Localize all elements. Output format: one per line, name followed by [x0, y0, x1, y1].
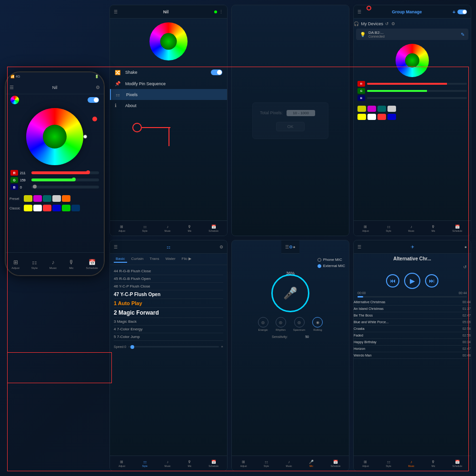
menu-item-pin[interactable]: 📌 Modify Pin Sequence [110, 78, 227, 89]
rhythm-circle[interactable]: ◎ [276, 317, 286, 327]
effect-47[interactable]: 47 Y-C-P Flush Open [114, 290, 223, 299]
s4-nav-schedule[interactable]: 📅Schedule [208, 460, 218, 467]
s3-nav-schedule[interactable]: 📅Schedule [452, 225, 462, 232]
rhythm-control[interactable]: ◎ Rhythm [276, 317, 286, 331]
s6-nav-schedule[interactable]: 📅Schedule [452, 460, 462, 467]
classic-swatch-6[interactable] [71, 205, 80, 211]
s3-nav-adjust[interactable]: ⊞Adjust [362, 225, 369, 232]
s4-nav-mic[interactable]: 🎙Mic [188, 460, 191, 467]
color-picker-handle[interactable] [83, 135, 87, 139]
tab-flic[interactable]: Flic ▶ [180, 256, 194, 263]
color-wheel[interactable] [26, 108, 83, 165]
s6-nav-mic[interactable]: 🎙Mic [431, 460, 435, 467]
s3-preset-1[interactable] [357, 106, 366, 112]
device-item[interactable]: 💡 DA:B2:... Connected ✎ [356, 29, 468, 40]
preset-swatch-4[interactable] [52, 195, 61, 202]
s3-nav-mic[interactable]: 🎙Mic [431, 225, 435, 232]
tab-trans[interactable]: Trans [148, 256, 161, 263]
s3-g-slider[interactable] [367, 90, 467, 92]
s3-preset-3[interactable] [377, 106, 386, 112]
preset-swatch-5[interactable] [62, 195, 70, 202]
blue-slider-thumb[interactable] [33, 185, 37, 188]
s6-nav-music[interactable]: ♪Music [408, 460, 415, 467]
effect-1-autoplay[interactable]: 1 Auto Play [114, 299, 223, 308]
music-progress-bar[interactable] [357, 296, 467, 298]
nav-schedule[interactable]: 📅 Schedule [86, 259, 98, 269]
tab-water[interactable]: Water [164, 256, 178, 263]
s4-nav-style[interactable]: ⚏Style [142, 460, 148, 467]
effect-5[interactable]: 5 7-Color Jump [114, 333, 223, 341]
song-5[interactable]: Croatia 02:58 [354, 326, 471, 332]
s1-nav-music[interactable]: ♪Music [165, 225, 171, 232]
red-slider-thumb[interactable] [86, 170, 90, 174]
song-9[interactable]: Weirdo Man 00:48 [354, 352, 471, 359]
speed-dot[interactable] [130, 345, 134, 349]
tab-curtain[interactable]: Curtain [129, 256, 146, 263]
classic-swatch-4[interactable] [52, 205, 61, 211]
s5-nav-style[interactable]: ⚏Style [264, 460, 269, 467]
s6-nav-style[interactable]: ⚏Style [386, 460, 391, 467]
s3-preset-4[interactable] [387, 106, 396, 112]
screen4-settings-icon[interactable]: ⚙ [219, 245, 223, 249]
song-3[interactable]: Be The Boss 02:47 [354, 312, 471, 319]
s5-nav-schedule[interactable]: 📅Schedule [330, 460, 340, 467]
s3-preset-2[interactable] [367, 106, 376, 112]
music-menu-icon[interactable]: ↺ [354, 264, 471, 270]
screen3-toggle[interactable] [457, 10, 467, 14]
blue-slider[interactable] [31, 186, 99, 188]
external-mic-option[interactable]: External MIC [317, 264, 345, 268]
screen1-menu-icon[interactable]: ⋮ [219, 10, 223, 14]
red-slider[interactable] [31, 171, 99, 174]
rolling-circle[interactable]: ◉ [312, 317, 323, 327]
nav-mic[interactable]: 🎙 Mic [69, 259, 74, 269]
menu-item-pixels[interactable]: ⚏ Pixels [110, 89, 227, 100]
classic-swatch-5[interactable] [62, 205, 70, 211]
screen5-list-icon[interactable]: ☰ [285, 245, 289, 249]
speed-plus[interactable]: + [221, 345, 223, 349]
preset-swatch-1[interactable] [24, 195, 32, 202]
classic-swatch-2[interactable] [33, 205, 42, 211]
settings-icon[interactable]: ⚙ [96, 85, 100, 90]
song-2[interactable]: An Island Christmas 01:17 [354, 306, 471, 312]
classic-swatch-1[interactable] [24, 205, 32, 211]
screen1-color-wheel[interactable] [149, 22, 188, 60]
s5-nav-mic[interactable]: 🎤Mic [309, 460, 314, 467]
screen3-hamburger[interactable]: ☰ [357, 10, 361, 14]
screen3-plus[interactable]: + [453, 9, 456, 15]
song-7[interactable]: Happy Birthday 00:34 [354, 339, 471, 346]
s1-nav-adjust[interactable]: ⊞Adjust [119, 225, 125, 232]
s5-nav-adjust[interactable]: ⊞Adjust [240, 460, 247, 467]
song-6[interactable]: Faded 02:56 [354, 332, 471, 339]
preset-swatch-3[interactable] [43, 195, 51, 202]
effect-2-magic[interactable]: 2 Magic Forward [114, 308, 223, 318]
effect-44[interactable]: 44 R-G-B Flush Close [114, 268, 223, 275]
next-button[interactable]: ⏭ [425, 274, 438, 288]
s1-nav-schedule[interactable]: 📅Schedule [208, 225, 218, 232]
s5-nav-music[interactable]: ♪Music [286, 460, 292, 467]
s3-r-slider[interactable] [367, 83, 467, 85]
device-edit-icon[interactable]: ✎ [461, 32, 465, 37]
song-1[interactable]: Alternative Christmas 00:44 [354, 299, 471, 306]
phone-mic-option[interactable]: Phone MIC [317, 258, 345, 262]
effect-45[interactable]: 45 R-G-B Flush Open [114, 275, 223, 283]
play-button[interactable]: ▶ [404, 273, 420, 289]
s3-classic-1[interactable] [357, 114, 366, 120]
screen6-list-icon[interactable]: ☰ [357, 245, 361, 249]
nav-music[interactable]: ♪ Music [50, 259, 57, 269]
shake-toggle[interactable] [211, 69, 222, 75]
s1-nav-style[interactable]: ⚏Style [142, 225, 148, 232]
mini-color-dot[interactable] [10, 96, 19, 104]
screen6-settings-icon[interactable]: ● [465, 245, 467, 249]
external-mic-radio[interactable] [317, 264, 321, 268]
menu-item-shake[interactable]: 🔀 Shake [110, 67, 227, 78]
energic-control[interactable]: ◎ Energic [258, 317, 268, 331]
effect-46[interactable]: 46 Y-C-P Flush Close [114, 283, 223, 290]
effect-4[interactable]: 4 7-Color Energy [114, 326, 223, 333]
rolling-control[interactable]: ◉ Rolling [312, 317, 323, 331]
energic-circle[interactable]: ◎ [258, 317, 268, 327]
prev-button[interactable]: ⏮ [386, 274, 399, 288]
song-4[interactable]: Blue and White Porce... 05:06 [354, 319, 471, 326]
screen4-list-icon[interactable]: ☰ [114, 245, 118, 249]
devices-refresh[interactable]: ↺ [385, 21, 389, 26]
screen1-hamburger[interactable]: ☰ [114, 10, 118, 14]
